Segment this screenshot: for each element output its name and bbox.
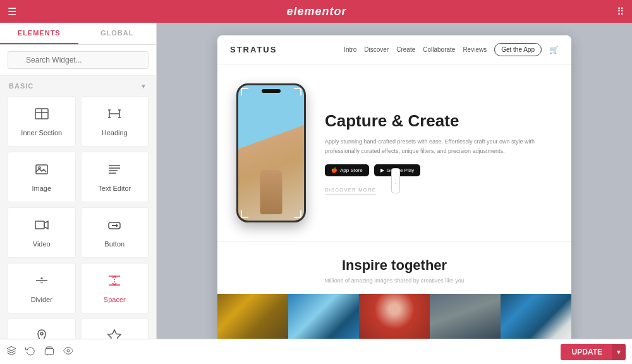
gallery-grid — [217, 294, 571, 339]
widget-divider[interactable]: Divider — [8, 263, 76, 313]
svg-point-20 — [40, 332, 43, 335]
svg-marker-21 — [108, 330, 121, 339]
update-dropdown-button[interactable]: ▾ — [612, 344, 626, 360]
widget-icon[interactable]: Icon — [81, 318, 149, 339]
button-icon — [107, 217, 122, 236]
canvas-area: ⋮ STRATUS Intro Discover Create Collabor… — [157, 23, 632, 339]
nav-collaborate[interactable]: Collaborate — [423, 46, 455, 53]
site-logo: STRATUS — [230, 45, 277, 54]
widget-label-button: Button — [104, 240, 125, 248]
widget-button[interactable]: Button — [81, 207, 149, 258]
layers-icon[interactable] — [6, 346, 16, 358]
heading-icon — [107, 106, 122, 125]
sidebar-tabs: ELEMENTS GLOBAL — [0, 23, 156, 45]
search-bar: 🔍 — [0, 45, 156, 76]
gallery-item-2 — [288, 294, 359, 339]
svg-rect-7 — [36, 165, 47, 174]
divider-icon — [34, 273, 49, 292]
nav-create[interactable]: Create — [396, 46, 415, 53]
svg-point-23 — [67, 349, 70, 352]
widget-text-editor[interactable]: Text Editor — [81, 152, 149, 202]
phone-figure — [260, 170, 283, 214]
main-layout: ELEMENTS GLOBAL 🔍 BASIC ▼ — [0, 23, 632, 339]
widget-spacer[interactable]: Spacer — [81, 263, 149, 313]
app-badges: 🍎 App Store ▶ Google Play — [325, 164, 552, 176]
section-label: BASIC ▼ — [0, 76, 156, 94]
phone-notch — [262, 89, 281, 93]
widget-label-image: Image — [32, 185, 51, 192]
bottom-toolbar: UPDATE ▾ — [0, 339, 632, 364]
widget-label-spacer: Spacer — [104, 296, 126, 303]
history-icon[interactable] — [25, 346, 35, 358]
nav-discover[interactable]: Discover — [364, 46, 389, 53]
hero-description: Apply stunning hand-crafted presets with… — [325, 137, 552, 155]
google-maps-icon — [34, 329, 49, 339]
discover-more-link[interactable]: DISCOVER MORE — [325, 187, 376, 195]
top-bar: ☰ elementor ⠿ — [0, 0, 632, 23]
widget-label-text-editor: Text Editor — [98, 185, 131, 192]
gallery-item-3 — [359, 294, 430, 339]
appstore-label: App Store — [340, 167, 363, 173]
preview-nav: STRATUS Intro Discover Create Collaborat… — [217, 35, 571, 64]
grid-icon[interactable]: ⠿ — [617, 6, 624, 18]
phone-frame — [236, 83, 306, 222]
eye-icon[interactable] — [63, 346, 73, 358]
nav-reviews[interactable]: Reviews — [463, 46, 487, 53]
sidebar: ELEMENTS GLOBAL 🔍 BASIC ▼ — [0, 23, 157, 339]
widget-label-video: Video — [33, 240, 51, 248]
apple-icon: 🍎 — [331, 167, 337, 173]
appstore-badge[interactable]: 🍎 App Store — [325, 164, 369, 176]
widget-video[interactable]: Video — [8, 207, 76, 258]
search-input[interactable] — [8, 51, 149, 69]
tab-global[interactable]: GLOBAL — [78, 23, 157, 44]
preview-hero: Capture & Create Apply stunning hand-cra… — [217, 64, 571, 241]
inspire-subtitle: Millions of amazing images shared by cre… — [230, 277, 559, 284]
hero-title: Capture & Create — [325, 111, 552, 131]
widget-google-maps[interactable]: Google Maps — [8, 318, 76, 339]
phone-screen — [238, 85, 304, 221]
widget-label-heading: Heading — [102, 129, 128, 136]
image-icon — [34, 162, 49, 181]
svg-rect-13 — [35, 221, 44, 229]
update-area: UPDATE ▾ — [561, 344, 626, 360]
elementor-logo: elementor — [286, 5, 346, 18]
widget-heading[interactable]: Heading — [81, 96, 149, 147]
hamburger-icon[interactable]: ☰ — [8, 6, 16, 18]
gallery-item-5 — [501, 294, 571, 339]
inner-section-icon — [34, 106, 49, 125]
update-button[interactable]: UPDATE — [561, 344, 614, 360]
inspire-title: Inspire together — [230, 257, 559, 274]
svg-rect-22 — [45, 349, 53, 355]
nav-cta-button[interactable]: Get the App — [494, 43, 542, 56]
hero-text: Capture & Create Apply stunning hand-cra… — [325, 111, 552, 195]
gallery-item-4 — [430, 294, 501, 339]
nav-intro[interactable]: Intro — [344, 46, 356, 53]
resize-handle[interactable]: ⋮ — [391, 168, 400, 193]
text-editor-icon — [107, 162, 122, 181]
toolbar-left — [6, 346, 73, 358]
widget-label-divider: Divider — [31, 296, 52, 303]
gallery-item-1 — [217, 294, 288, 339]
icon-icon — [107, 329, 122, 339]
nav-links: Intro Discover Create Collaborate Review… — [344, 43, 559, 56]
responsive-icon[interactable] — [44, 346, 54, 358]
chevron-icon: ▼ — [140, 83, 147, 90]
widget-image[interactable]: Image — [8, 152, 76, 202]
widgets-grid: Inner Section Heading — [0, 94, 156, 339]
play-icon: ▶ — [380, 167, 384, 173]
widget-label-inner-section: Inner Section — [21, 129, 62, 136]
inspire-section: Inspire together Millions of amazing ima… — [217, 241, 571, 294]
tab-elements[interactable]: ELEMENTS — [0, 23, 78, 44]
spacer-icon — [107, 273, 122, 292]
widget-inner-section[interactable]: Inner Section — [8, 96, 76, 147]
video-icon — [34, 217, 49, 236]
phone-mockup — [236, 83, 306, 222]
cart-icon[interactable]: 🛒 — [549, 46, 559, 54]
